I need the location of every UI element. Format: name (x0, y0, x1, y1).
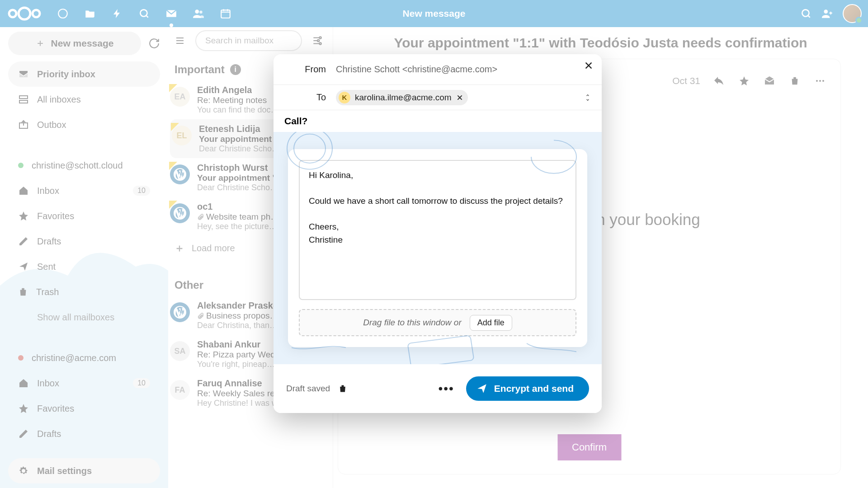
recipient-chip[interactable]: K karolina.ilme@acme.com (336, 90, 468, 105)
nav-trash-1[interactable]: Trash (8, 279, 160, 305)
close-icon[interactable] (584, 61, 594, 70)
trash-icon (18, 286, 28, 297)
search-input[interactable] (205, 36, 292, 46)
app-activity[interactable] (105, 0, 129, 27)
nav-outbox[interactable]: Outbox (8, 112, 160, 137)
svg-point-8 (802, 9, 809, 16)
nav-all-inboxes[interactable]: All inboxes (8, 87, 160, 112)
nav-favorites-2[interactable]: Favorites (8, 396, 160, 421)
svg-point-6 (199, 11, 203, 14)
nav-label: Show all mailboxes (37, 312, 114, 323)
nav-label: Trash (36, 287, 59, 297)
priority-icon (18, 69, 29, 80)
recipient-avatar-icon: K (339, 92, 350, 103)
message-sender: oc1 (197, 202, 212, 212)
nav-show-all-1[interactable]: Show all mailboxes (8, 305, 160, 330)
app-mail[interactable] (159, 0, 184, 27)
svg-rect-10 (19, 96, 28, 99)
svg-point-3 (58, 9, 67, 18)
send-label: Encrypt and send (494, 383, 574, 394)
nav-label: Drafts (37, 429, 61, 439)
nav-label: Drafts (37, 236, 61, 247)
compose-dialog: From Christine Schott <christine@acme.co… (274, 54, 602, 413)
message-sender: Etenesh Lidija (199, 124, 260, 134)
star-icon (18, 211, 29, 221)
recipient-email: karolina.ilme@acme.com (355, 93, 452, 103)
confirm-button[interactable]: Confirm (557, 434, 621, 460)
expand-recipients-icon[interactable] (585, 93, 591, 102)
new-message-label: New message (51, 38, 114, 49)
nav-drafts-2[interactable]: Drafts (8, 421, 160, 446)
search-input-wrap[interactable] (195, 30, 302, 51)
app-dashboard[interactable] (51, 0, 75, 27)
nav-inbox-1[interactable]: Inbox 10 (8, 178, 160, 203)
compose-body-area: Hi Karolina, Could we have a short call … (274, 132, 602, 364)
app-search[interactable] (132, 0, 156, 27)
status-dot-icon (18, 163, 24, 168)
settings-label: Mail settings (37, 466, 92, 476)
nav-sent-1[interactable]: Sent (8, 254, 160, 279)
pencil-icon (18, 428, 29, 439)
app-switcher (51, 0, 238, 27)
message-avatar (170, 164, 192, 186)
nav-drafts-1[interactable]: Drafts (8, 229, 160, 254)
mark-read-button[interactable] (763, 74, 776, 88)
nav-label: Inbox (37, 186, 59, 196)
nav-priority-inbox[interactable]: Priority inbox (8, 61, 160, 87)
subject-input[interactable] (274, 110, 602, 132)
send-icon (476, 383, 488, 394)
user-menu[interactable] (843, 4, 862, 23)
home-icon (18, 378, 29, 389)
header-contacts-icon[interactable] (821, 8, 834, 19)
sidebar: New message Priority inbox All inboxes O… (0, 27, 168, 488)
new-message-button[interactable]: New message (8, 32, 141, 55)
message-date: Oct 31 (672, 75, 700, 86)
unread-badge: 10 (133, 186, 150, 196)
message-sender: Christoph Wurst (197, 163, 268, 173)
remove-recipient-icon[interactable] (456, 94, 463, 101)
nav-label: christine@acme.com (32, 353, 116, 363)
more-button[interactable] (813, 74, 827, 88)
nav-label: Priority inbox (37, 69, 95, 80)
star-icon (18, 403, 29, 414)
svg-point-5 (195, 9, 199, 14)
stack-icon (18, 94, 29, 105)
app-calendar[interactable] (213, 0, 238, 27)
delete-button[interactable] (788, 74, 802, 88)
nav-label: Sent (37, 262, 56, 272)
svg-point-1 (9, 10, 16, 17)
presence-indicator (855, 17, 863, 24)
svg-point-9 (824, 9, 828, 14)
message-avatar (170, 203, 192, 225)
nav-account-1[interactable]: christine@schott.cloud (8, 153, 160, 178)
reply-button[interactable] (712, 74, 726, 88)
menu-toggle[interactable] (170, 31, 190, 51)
from-value[interactable]: Christine Schott <christine@acme.com> (336, 64, 497, 75)
svg-point-13 (319, 37, 321, 38)
gear-icon (18, 465, 29, 476)
send-icon (18, 261, 29, 272)
info-icon[interactable]: i (230, 64, 241, 75)
pencil-icon (18, 236, 29, 247)
send-button[interactable]: Encrypt and send (466, 376, 589, 401)
app-contacts[interactable] (186, 0, 211, 27)
message-avatar: EA (170, 87, 192, 108)
refresh-button[interactable] (148, 38, 160, 49)
star-button[interactable] (737, 74, 751, 88)
brand-logo[interactable] (6, 5, 42, 22)
header-search-icon[interactable] (800, 8, 812, 19)
discard-draft-button[interactable] (338, 384, 347, 394)
filter-button[interactable] (307, 31, 327, 51)
from-label: From (286, 64, 326, 75)
nav-favorites-1[interactable]: Favorites (8, 203, 160, 229)
app-files[interactable] (78, 0, 102, 27)
svg-point-14 (317, 40, 319, 42)
svg-rect-11 (19, 100, 28, 103)
svg-rect-7 (221, 10, 230, 18)
nav-inbox-2[interactable]: Inbox 10 (8, 371, 160, 396)
svg-point-23 (294, 134, 326, 163)
compose-more-button[interactable]: ••• (434, 378, 458, 399)
mail-settings-button[interactable]: Mail settings (8, 458, 160, 483)
nav-account-2[interactable]: christine@acme.com (8, 345, 160, 371)
svg-point-15 (319, 42, 321, 44)
